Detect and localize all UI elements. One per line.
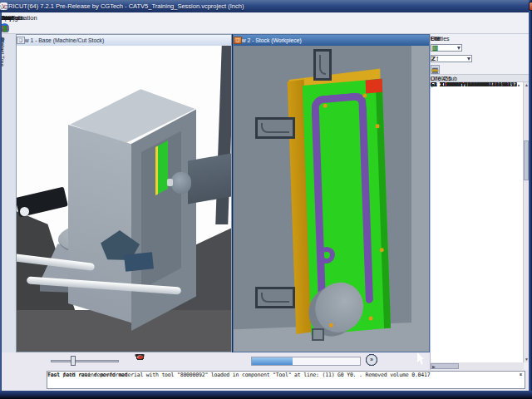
spindle-head — [188, 153, 231, 204]
nc-toolbar-row2: ∞∞Z↓Z↑ — [431, 53, 529, 64]
menu-bar: FileEditViewInfoProjectConfigurationAnal… — [0, 12, 530, 22]
vericut-window: V VERICUT(64) 7.2.1 Pre-Release by CGTec… — [0, 0, 532, 399]
view1-title-bar[interactable]: V View 1 - Base (Machine/Cut Stock) ❑ — [17, 35, 231, 46]
window-border-right — [529, 0, 532, 399]
view2-restore-button[interactable]: ❑ — [234, 37, 242, 44]
machine-knob — [20, 207, 29, 216]
hole-marker — [362, 93, 367, 97]
message-log: Tool path rewind performedFast feed rate… — [47, 371, 525, 389]
fixture-tab — [312, 328, 324, 341]
gcode-vertical-scrollbar[interactable]: ▲ ▼ — [523, 82, 529, 362]
hole-marker — [376, 124, 380, 128]
toolpath-groove-right — [359, 106, 373, 303]
window-border-bottom — [0, 391, 532, 399]
nc-toolbar-row3: ✎◎▯◫▤▬ — [431, 64, 529, 74]
collision-corner — [366, 79, 383, 94]
scroll-down-icon[interactable]: ▼ — [519, 372, 523, 377]
cutting-tool — [167, 179, 173, 186]
fast-forward-button[interactable]: » — [366, 354, 377, 366]
view2-title-bar[interactable]: V View 2 - Stock (Workpiece) ❑ — [234, 35, 429, 46]
view2-title: View 2 - Stock (Workpiece) — [234, 37, 302, 43]
monitor-icon[interactable]: ▥ — [431, 43, 440, 52]
workpiece-on-machine — [155, 140, 168, 195]
view2-window: V View 2 - Stock (Workpiece) ❑ — [233, 34, 430, 352]
scroll-right-icon[interactable]: ▶ — [431, 363, 437, 370]
sidebar-tab[interactable]: ≡ Project Tree — [2, 37, 2, 38]
close-button[interactable]: ✕ — [529, 2, 532, 11]
stock-view-canvas[interactable] — [234, 46, 429, 352]
hole-marker — [380, 248, 384, 252]
progress-fill — [252, 357, 293, 365]
program-name-label: O7002 sub — [431, 76, 457, 81]
view1-restore-button[interactable]: ❑ — [17, 37, 25, 44]
highlight-icon[interactable]: ▬ — [431, 65, 440, 74]
window-title: VERICUT(64) 7.2.1 Pre-Release by CGTech … — [0, 2, 244, 10]
toolpath-groove-top — [311, 91, 367, 118]
gcode-listing[interactable]: X.6136 Y-5.6401 I74.2249 . X.594 Y-6.193… — [431, 82, 529, 362]
speed-slider[interactable] — [51, 360, 119, 362]
view1-title: View 1 - Base (Machine/Cut Stock) — [17, 37, 104, 43]
stock-background-band — [411, 46, 429, 352]
nc-panel-menu: FileEditUtilities — [431, 34, 529, 42]
scan-up-icon[interactable]: Z↑ — [431, 54, 440, 63]
fixture-clamp-bottom — [255, 287, 295, 308]
machine-view-canvas[interactable] — [17, 46, 231, 352]
gcode-horizontal-scrollbar[interactable]: ◀ ▶ — [431, 362, 524, 370]
hole-marker — [369, 316, 373, 320]
speed-slider-handle[interactable] — [71, 356, 76, 366]
fixture-clamp-top — [313, 49, 332, 81]
main-toolbar: i▢▨▦▨▦T▲▶↺V▤●%TV◉■−○+X▬◀▯◫▦✕▮ — [0, 22, 530, 34]
vise-jaw — [124, 252, 154, 271]
vcr-control-bar: LIMIT COLL PROBE SUB — [16, 352, 430, 369]
nc-program-panel: FileEditUtilities ▣▤✓▥ ∞∞Z↓Z↑ ✎◎▯◫▤▬ Lin… — [430, 34, 529, 370]
stock-plate — [287, 74, 397, 342]
column-front-face — [68, 125, 131, 323]
nc-menu-item[interactable]: Utilities — [431, 36, 450, 42]
stock-front-face — [303, 79, 391, 335]
nc-info-bar: Line 455 O7002 sub — [431, 74, 529, 82]
simulation-progress-bar — [251, 357, 361, 366]
gcode-line: X1.02 Y-16.9872 Z1.0502 — [431, 82, 511, 89]
window-border-left — [0, 12, 2, 391]
nc-toolbar-row1: ▣▤✓▥ — [431, 42, 529, 53]
spindle-nose — [171, 172, 191, 194]
sidebar-strip: ▦ Status ≡ Project Tree — [0, 34, 16, 352]
led-label: RESET — [135, 354, 145, 357]
status-message: Fast feed rate removed material with too… — [47, 372, 430, 380]
view1-window: V View 1 - Base (Machine/Cut Stock) ❑ — [16, 34, 232, 352]
title-bar[interactable]: V VERICUT(64) 7.2.1 Pre-Release by CGTec… — [0, 0, 532, 12]
fixture-clamp-left — [255, 117, 295, 139]
menu-item[interactable]: Help — [0, 14, 12, 22]
